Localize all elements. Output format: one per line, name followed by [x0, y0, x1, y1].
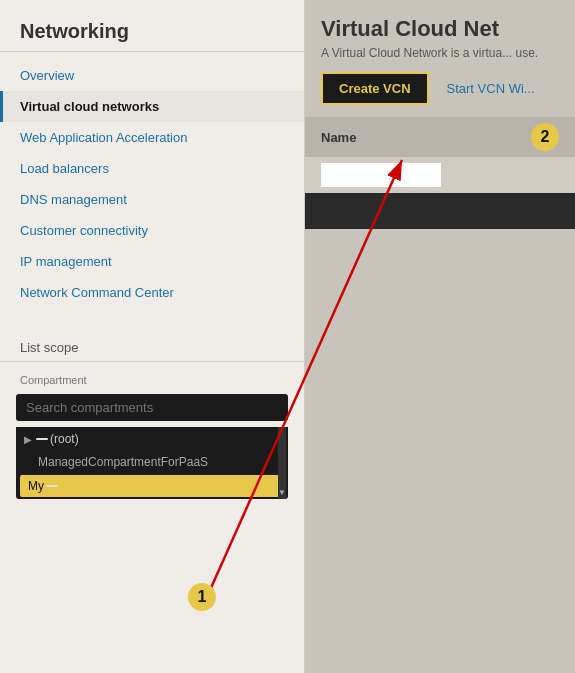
- scroll-indicator: ▼: [278, 427, 286, 499]
- compartment-row-my[interactable]: My: [20, 475, 284, 497]
- sidebar-item-ip[interactable]: IP management: [0, 246, 304, 277]
- sidebar-divider: [0, 51, 304, 52]
- annotation-2: 2: [531, 123, 559, 151]
- main-title: Virtual Cloud Net: [305, 10, 575, 42]
- compartment-row-root[interactable]: ▶ (root): [16, 427, 288, 451]
- compartment-managed-name: ManagedCompartmentForPaaS: [38, 455, 208, 469]
- sidebar-item-waa[interactable]: Web Application Acceleration: [0, 122, 304, 153]
- compartment-label: Compartment: [0, 370, 304, 390]
- compartment-list-inner: ▶ (root) ManagedCompartmentForPaaS My: [16, 427, 288, 499]
- scroll-down-icon: ▼: [278, 488, 286, 497]
- table-row-dark: [305, 193, 575, 229]
- sidebar-title: Networking: [0, 10, 304, 51]
- table-col-name: Name: [321, 130, 523, 145]
- compartment-row-managed[interactable]: ManagedCompartmentForPaaS: [16, 451, 288, 473]
- compartment-search-input[interactable]: [16, 394, 288, 421]
- sidebar-item-connectivity[interactable]: Customer connectivity: [0, 215, 304, 246]
- compartment-my-box: [46, 485, 58, 487]
- sidebar-item-ncc[interactable]: Network Command Center: [0, 277, 304, 308]
- list-scope-label: List scope: [0, 324, 304, 361]
- start-vcn-wizard-button[interactable]: Start VCN Wi...: [439, 74, 543, 103]
- name-filter-input[interactable]: [321, 163, 441, 187]
- sidebar-item-vcn[interactable]: Virtual cloud networks: [0, 91, 304, 122]
- compartment-tenancy-name: [36, 438, 48, 440]
- table-row-empty: [305, 157, 575, 193]
- compartment-root-suffix: (root): [50, 432, 79, 446]
- sidebar-item-dns[interactable]: DNS management: [0, 184, 304, 215]
- main-content: Virtual Cloud Net A Virtual Cloud Networ…: [305, 0, 575, 673]
- action-bar: Create VCN Start VCN Wi...: [305, 72, 575, 117]
- scope-divider: [0, 361, 304, 362]
- sidebar-item-lb[interactable]: Load balancers: [0, 153, 304, 184]
- compartment-list: ▶ (root) ManagedCompartmentForPaaS My ▼: [16, 427, 288, 499]
- table-header: Name 2: [305, 117, 575, 157]
- create-vcn-button[interactable]: Create VCN: [321, 72, 429, 105]
- annotation-1: 1: [188, 583, 216, 611]
- sidebar: Networking Overview Virtual cloud networ…: [0, 0, 305, 673]
- compartment-my-name: My: [28, 479, 44, 493]
- main-subtitle: A Virtual Cloud Network is a virtua... u…: [305, 42, 575, 72]
- expand-icon: ▶: [24, 434, 32, 445]
- sidebar-item-overview[interactable]: Overview: [0, 60, 304, 91]
- compartment-search-box: [16, 394, 288, 421]
